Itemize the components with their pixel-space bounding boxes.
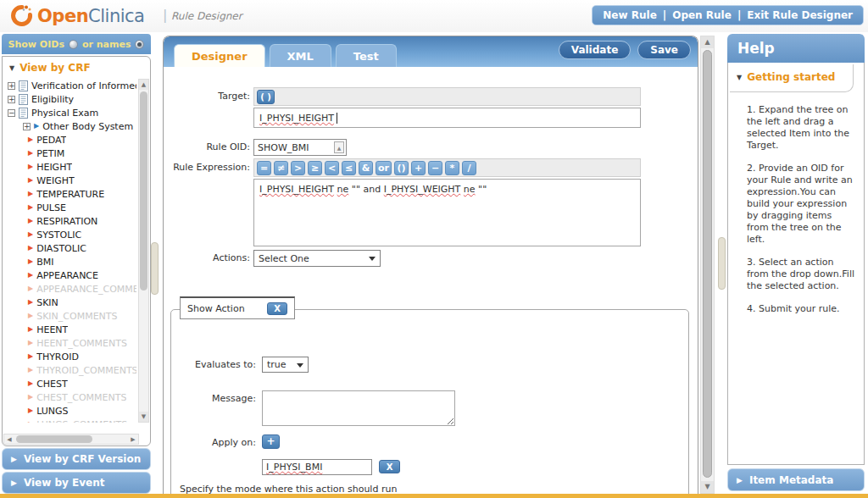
tree-vertical-scrollbar[interactable]: ▲ ▼ (138, 79, 149, 423)
crf-form-icon (19, 80, 28, 91)
tree-item-skin-comments[interactable]: ▶SKIN_COMMENTS (8, 309, 136, 323)
operator-<-button[interactable]: < (325, 161, 339, 175)
scroll-down-icon[interactable]: ▼ (139, 412, 148, 422)
expand-icon[interactable]: + (8, 82, 15, 90)
item-metadata-bar[interactable]: ▶ Item Metadata (727, 468, 865, 491)
help-step: 2. Provide an OID for your Rule and writ… (747, 163, 855, 246)
insert-parentheses-icon[interactable]: ( ) (257, 90, 275, 104)
expression-token: "" (352, 184, 360, 195)
show-oids-radio[interactable] (69, 40, 78, 49)
new-rule-link[interactable]: New Rule (603, 9, 656, 21)
tab-xml[interactable]: XML (270, 44, 331, 67)
show-names-radio[interactable] (135, 40, 144, 49)
operator-*-button[interactable]: * (445, 161, 459, 175)
validate-button[interactable]: Validate (559, 41, 632, 59)
rule-oid-input[interactable]: SHOW_BMI ▲ (253, 139, 347, 156)
operator->-button[interactable]: > (291, 161, 305, 175)
tree-item-pulse[interactable]: ▶PULSE (8, 201, 136, 214)
tree-item-temperature[interactable]: ▶TEMPERATURE (8, 187, 136, 201)
actions-dropdown[interactable]: Select One (253, 250, 381, 267)
view-by-crf-version-bar[interactable]: ▶ View by CRF Version (2, 448, 151, 470)
crf-form-icon (19, 94, 28, 105)
tree-item-bmi[interactable]: ▶BMI (8, 255, 136, 268)
tree-item-heent-comments[interactable]: ▶HEENT_COMMENTS (8, 336, 136, 350)
message-textarea[interactable] (262, 390, 455, 426)
tree-item-verification-of-informed-c[interactable]: +Verification of Informed C (8, 79, 136, 92)
tree-item-systolic[interactable]: ▶SYSTOLIC (8, 228, 136, 241)
getting-started-header[interactable]: ▼ Getting started (730, 64, 854, 92)
close-action-icon[interactable]: X (267, 302, 287, 315)
scroll-left-icon[interactable]: ◀ (4, 434, 14, 445)
tree-item-pedat[interactable]: ▶PEDAT (8, 133, 136, 147)
scrollbar-thumb[interactable] (140, 91, 147, 290)
tree-horizontal-scrollbar[interactable]: ◀ ▶ (3, 434, 139, 445)
view-by-crf-version-label: View by CRF Version (24, 453, 141, 465)
tree-item-skin[interactable]: ▶SKIN (8, 296, 136, 309)
operator-+-button[interactable]: + (411, 161, 426, 175)
scrollbar-thumb[interactable] (703, 50, 712, 478)
operator-≤-button[interactable]: ≤ (342, 161, 356, 175)
tree-item-lungs[interactable]: ▶LUNGS (8, 404, 136, 418)
show-action-tab[interactable]: Show Action X (180, 296, 295, 319)
crf-tree: +Verification of Informed C+Eligibility−… (3, 79, 136, 423)
tree-item-respiration[interactable]: ▶RESPIRATION (8, 214, 136, 228)
view-by-event-bar[interactable]: ▶ View by Event (2, 472, 151, 494)
help-body: ▼ Getting started 1. Expand the tree on … (727, 63, 865, 465)
evaluates-to-dropdown[interactable]: true (262, 357, 309, 373)
tree-item-weight[interactable]: ▶WEIGHT (8, 174, 136, 187)
operator-−-button[interactable]: − (428, 161, 442, 175)
scroll-right-icon[interactable]: ▶ (128, 434, 138, 445)
help-collapse-handle[interactable] (718, 237, 726, 290)
tree-item-label: Eligibility (31, 94, 74, 105)
operator-=-button[interactable]: = (257, 161, 271, 175)
rule-expression-textarea[interactable]: I_PHYSI_HEIGHT ne "" and I_PHYSI_WEIGHT … (253, 179, 641, 246)
item-arrow-icon: ▶ (28, 272, 33, 279)
tree-item-diastolic[interactable]: ▶DIASTOLIC (8, 241, 136, 255)
sidebar-collapse-handle[interactable] (151, 242, 159, 295)
tree-item-eligibility[interactable]: +Eligibility (8, 92, 136, 106)
tree-item-height[interactable]: ▶HEIGHT (8, 160, 136, 174)
target-input[interactable]: I_PHYSI_HEIGHT (253, 108, 641, 128)
tree-item-appearance[interactable]: ▶APPEARANCE (8, 268, 136, 282)
tree-item-lungs-comments[interactable]: ▶LUNGS_COMMENTS (8, 418, 136, 423)
evaluates-to-label: Evaluates to: (175, 359, 256, 370)
operator-/-button[interactable]: / (462, 161, 476, 175)
remove-apply-target-icon[interactable]: X (379, 460, 400, 473)
scrollbar-thumb[interactable] (16, 435, 92, 443)
exit-rule-designer-link[interactable]: Exit Rule Designer (747, 9, 853, 21)
tab-test[interactable]: Test (336, 44, 397, 67)
add-apply-target-icon[interactable]: + (262, 434, 280, 449)
tree-item-chest-comments[interactable]: ▶CHEST_COMMENTS (8, 390, 136, 404)
operator-()-button[interactable]: () (394, 161, 409, 175)
tree-item-chest[interactable]: ▶CHEST (8, 377, 136, 390)
tree-item-heent[interactable]: ▶HEENT (8, 323, 136, 336)
tree-item-appearance-comme[interactable]: ▶APPEARANCE_COMME (8, 282, 136, 296)
or-names-label: or names (82, 39, 131, 50)
open-rule-link[interactable]: Open Rule (672, 9, 732, 21)
tree-item-label: Physical Exam (31, 108, 98, 119)
operator-or-button[interactable]: or (376, 161, 392, 175)
tree-item-thyroid-comments[interactable]: ▶THYROID_COMMENTS (8, 363, 136, 377)
expand-icon[interactable]: + (23, 123, 31, 130)
apply-on-label: Apply on: (175, 437, 256, 448)
operator-≥-button[interactable]: ≥ (308, 161, 322, 175)
help-header: Help (727, 34, 865, 63)
collapse-icon[interactable]: − (8, 109, 15, 117)
scroll-down-icon[interactable]: ▼ (701, 481, 714, 493)
item-arrow-icon: ▶ (34, 123, 39, 130)
apply-on-input[interactable]: I_PHYSI_BMI (262, 459, 372, 475)
tree-item-label: THYROID_COMMENTS (36, 365, 136, 376)
scroll-up-icon[interactable]: ▲ (701, 36, 714, 48)
main-vertical-scrollbar[interactable]: ▲ ▼ (700, 36, 715, 494)
expand-icon[interactable]: + (8, 96, 15, 103)
view-by-crf-header[interactable]: ▼ View by CRF (3, 57, 150, 77)
tab-designer[interactable]: Designer (174, 44, 265, 67)
tree-item-petim[interactable]: ▶PETIM (8, 147, 136, 160)
tree-item-physical-exam[interactable]: −Physical Exam (8, 106, 136, 119)
tree-item-thyroid[interactable]: ▶THYROID (8, 350, 136, 363)
save-button[interactable]: Save (637, 41, 691, 59)
tree-item-other-body-system-si[interactable]: +▶Other Body System Si (8, 119, 136, 133)
scroll-up-icon[interactable]: ▲ (139, 80, 148, 90)
operator-&-button[interactable]: & (359, 161, 373, 175)
operator-≠-button[interactable]: ≠ (274, 161, 288, 175)
